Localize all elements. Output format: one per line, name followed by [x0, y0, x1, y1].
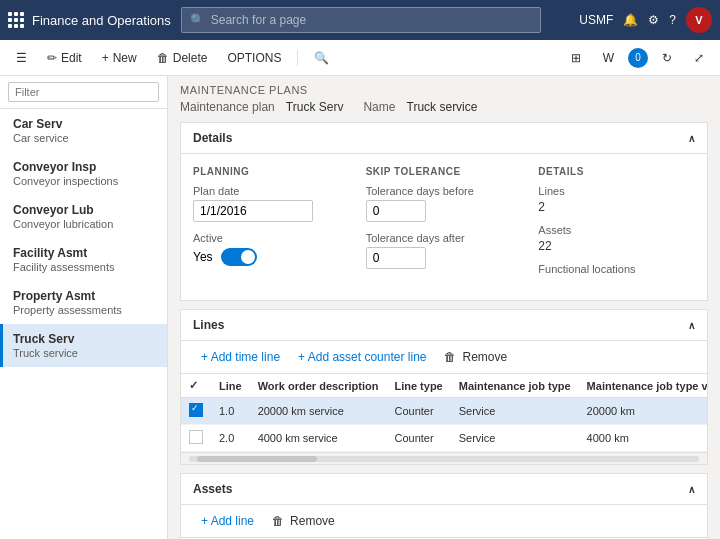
lines-table-header: ✓ Line Work order description Line type …: [181, 374, 707, 398]
add-time-line-button[interactable]: + Add time line: [193, 347, 288, 367]
new-icon: +: [102, 51, 109, 65]
planning-section-label: PLANNING: [193, 166, 350, 177]
lines-toolbar: + Add time line + Add asset counter line…: [181, 341, 707, 374]
table-row[interactable]: 2.0 4000 km service Counter Service 4000…: [181, 425, 707, 452]
active-toggle[interactable]: [221, 248, 257, 266]
hamburger-button[interactable]: ☰: [8, 47, 35, 69]
col-check: ✓: [181, 374, 211, 398]
name-label: Name: [363, 100, 395, 114]
plan-date-input[interactable]: [193, 200, 313, 222]
sidebar-item-title-car-serv: Car Serv: [13, 117, 157, 131]
sidebar-filter-input[interactable]: [8, 82, 159, 102]
fullscreen-button[interactable]: ⤢: [686, 47, 712, 69]
tolerance-before-row: Tolerance days before: [366, 185, 523, 222]
top-bar: Finance and Operations 🔍 USMF 🔔 ⚙ ? V: [0, 0, 720, 40]
record-plan-group: Maintenance plan Truck Serv: [180, 100, 343, 114]
lines-scrollbar[interactable]: [181, 452, 707, 464]
search-icon: 🔍: [190, 13, 205, 27]
tolerance-before-label: Tolerance days before: [366, 185, 523, 197]
plan-date-row: Plan date: [193, 185, 350, 222]
col-line: Line: [211, 374, 250, 398]
edit-icon: ✏: [47, 51, 57, 65]
lines-scrollbar-track: [189, 456, 699, 462]
settings-icon[interactable]: ⚙: [648, 13, 659, 27]
sidebar-item-subtitle-property-asmt: Property assessments: [13, 304, 157, 316]
col-job-variant: Maintenance job type variant: [579, 374, 707, 398]
func-locations-row: Functional locations: [538, 263, 695, 278]
hamburger-icon: ☰: [16, 51, 27, 65]
row-line-1: 2.0: [211, 425, 250, 452]
checkbox-1[interactable]: [189, 430, 203, 444]
row-linetype-0: Counter: [386, 398, 450, 425]
remove-icon: 🗑: [444, 350, 456, 364]
details-card-body: PLANNING Plan date Active Yes: [181, 154, 707, 300]
row-line-0: 1.0: [211, 398, 250, 425]
sidebar-item-truck-serv[interactable]: Truck Serv Truck service: [0, 324, 167, 367]
assets-remove-button[interactable]: 🗑 Remove: [264, 511, 343, 531]
word-icon-button[interactable]: W: [595, 47, 622, 69]
details-title: Details: [193, 131, 232, 145]
view-toggle-button[interactable]: ⊞: [563, 47, 589, 69]
assets-card: Assets ∧ + Add line 🗑 Remove ✓ Asset: [180, 473, 708, 539]
tolerance-before-input[interactable]: [366, 200, 426, 222]
details-grid: PLANNING Plan date Active Yes: [193, 166, 695, 288]
content-area: MAINTENANCE PLANS Maintenance plan Truck…: [168, 76, 720, 539]
lines-label: Lines: [538, 185, 695, 197]
lines-row: Lines 2: [538, 185, 695, 214]
notification-icon[interactable]: 🔔: [623, 13, 638, 27]
add-asset-line-button[interactable]: + Add line: [193, 511, 262, 531]
new-button[interactable]: + New: [94, 47, 145, 69]
tolerance-after-input[interactable]: [366, 247, 426, 269]
details-info-label: DETAILS: [538, 166, 695, 177]
sidebar-item-property-asmt[interactable]: Property Asmt Property assessments: [0, 281, 167, 324]
action-divider: [297, 50, 298, 66]
assets-collapse-icon[interactable]: ∧: [688, 484, 695, 495]
sidebar-item-title-conveyor-insp: Conveyor Insp: [13, 160, 157, 174]
details-collapse-icon[interactable]: ∧: [688, 133, 695, 144]
lines-remove-label: Remove: [462, 350, 507, 364]
user-avatar[interactable]: V: [686, 7, 712, 33]
sidebar-item-conveyor-insp[interactable]: Conveyor Insp Conveyor inspections: [0, 152, 167, 195]
lines-collapse-icon[interactable]: ∧: [688, 320, 695, 331]
edit-button[interactable]: ✏ Edit: [39, 47, 90, 69]
sidebar: Car Serv Car service Conveyor Insp Conve…: [0, 76, 168, 539]
delete-button[interactable]: 🗑 Delete: [149, 47, 216, 69]
new-label: New: [113, 51, 137, 65]
checkbox-0[interactable]: [189, 403, 203, 417]
details-card-header: Details ∧: [181, 123, 707, 154]
app-grid-icon[interactable]: [8, 12, 24, 28]
search-input[interactable]: [211, 13, 532, 27]
edit-label: Edit: [61, 51, 82, 65]
refresh-button[interactable]: ↻: [654, 47, 680, 69]
sidebar-item-subtitle-conveyor-lub: Conveyor lubrication: [13, 218, 157, 230]
active-row: Active Yes: [193, 232, 350, 266]
record-name-group: Name Truck service: [363, 100, 477, 114]
tolerance-after-row: Tolerance days after: [366, 232, 523, 269]
search-bar[interactable]: 🔍: [181, 7, 541, 33]
assets-remove-label: Remove: [290, 514, 335, 528]
table-row[interactable]: 1.0 20000 km service Counter Service 200…: [181, 398, 707, 425]
options-button[interactable]: OPTIONS: [219, 47, 289, 69]
planning-group: PLANNING Plan date Active Yes: [193, 166, 350, 288]
sidebar-item-car-serv[interactable]: Car Serv Car service: [0, 109, 167, 152]
sidebar-item-title-conveyor-lub: Conveyor Lub: [13, 203, 157, 217]
lines-value: 2: [538, 200, 695, 214]
search-action-icon: 🔍: [314, 51, 329, 65]
assets-label: Assets: [538, 224, 695, 236]
notification-count-button[interactable]: 0: [628, 48, 648, 68]
filter-icon-button[interactable]: 🔍: [306, 47, 337, 69]
add-asset-counter-button[interactable]: + Add asset counter line: [290, 347, 434, 367]
help-icon[interactable]: ?: [669, 13, 676, 27]
tolerance-after-label: Tolerance days after: [366, 232, 523, 244]
skip-tolerance-group: SKIP TOLERANCE Tolerance days before Tol…: [366, 166, 523, 288]
row-variant-1: 4000 km: [579, 425, 707, 452]
action-bar: ☰ ✏ Edit + New 🗑 Delete OPTIONS 🔍 ⊞ W 0 …: [0, 40, 720, 76]
sidebar-item-facility-asmt[interactable]: Facility Asmt Facility assessments: [0, 238, 167, 281]
lines-table: ✓ Line Work order description Line type …: [181, 374, 707, 452]
lines-remove-button[interactable]: 🗑 Remove: [436, 347, 515, 367]
active-label: Active: [193, 232, 350, 244]
sidebar-item-conveyor-lub[interactable]: Conveyor Lub Conveyor lubrication: [0, 195, 167, 238]
active-value: Yes: [193, 250, 213, 264]
add-asset-line-label: + Add line: [201, 514, 254, 528]
add-asset-counter-label: + Add asset counter line: [298, 350, 426, 364]
